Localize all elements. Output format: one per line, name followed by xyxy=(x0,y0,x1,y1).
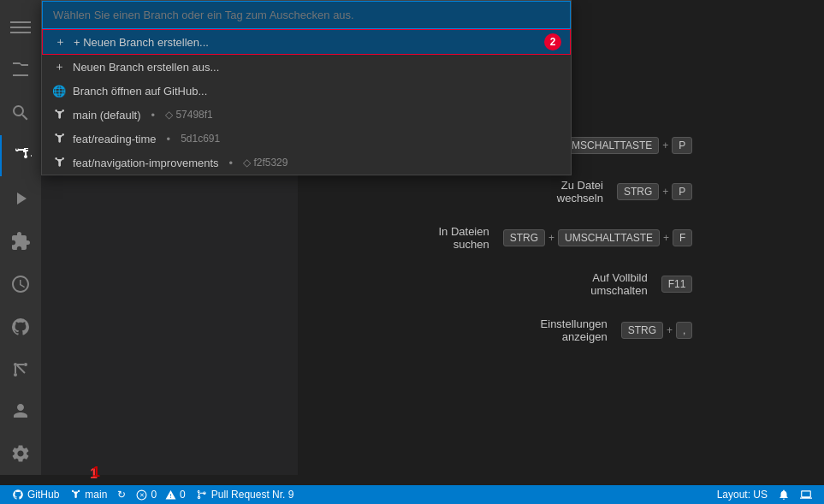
layout-label: Layout: US xyxy=(717,489,768,501)
key: F xyxy=(673,229,692,246)
key-sep: + xyxy=(663,232,669,244)
dropdown-branch-main: main (default) xyxy=(73,109,140,122)
warning-count: 0 xyxy=(180,489,186,501)
dropdown-item-new-branch-from[interactable]: ＋ Neuen Branch erstellen aus... xyxy=(42,55,571,79)
svg-point-3 xyxy=(14,363,17,366)
sidebar-item-github[interactable] xyxy=(0,306,41,347)
branch-icon-status xyxy=(69,489,81,501)
sidebar-item-menu[interactable] xyxy=(0,7,41,48)
shortcut-label-3: Auf Vollbildumschalten xyxy=(590,271,647,297)
activity-bar-bottom xyxy=(0,390,41,481)
svg-line-8 xyxy=(17,365,25,373)
status-right: Layout: US xyxy=(712,489,817,501)
error-icon: ✕ xyxy=(136,489,147,501)
nav-dot: • xyxy=(229,157,234,169)
svg-text:✕: ✕ xyxy=(139,491,145,497)
key: F11 xyxy=(661,276,693,293)
dropdown-item-new-branch[interactable]: ＋ + Neuen Branch erstellen... 2 xyxy=(42,29,571,55)
status-bar: GitHub main ↻ ✕ 0 0 Pull Request Nr. 9 L… xyxy=(0,485,824,504)
dropdown-item-open-github[interactable]: 🌐 Branch öffnen auf GitHub... xyxy=(42,79,571,103)
key-sep: + xyxy=(662,139,668,151)
branch-status-label: main xyxy=(85,489,107,501)
main-dot: • xyxy=(151,109,155,122)
sidebar-item-source-control[interactable] xyxy=(0,135,41,176)
sidebar-item-settings[interactable] xyxy=(0,433,41,474)
warning-icon xyxy=(165,489,176,501)
svg-rect-0 xyxy=(10,21,31,23)
key: P xyxy=(672,183,692,200)
shortcut-keys-4: STRG + , xyxy=(621,322,693,339)
key-sep: + xyxy=(662,186,668,198)
pull-request-label: Pull Request Nr. 9 xyxy=(211,489,294,501)
nav-hash: ◇ f2f5329 xyxy=(243,157,288,169)
branch-icon-main xyxy=(52,108,66,122)
sync-icon: ↻ xyxy=(117,489,126,501)
svg-rect-1 xyxy=(10,27,31,28)
branch-icon-nav xyxy=(52,156,66,169)
status-remote[interactable] xyxy=(795,489,817,501)
globe-icon: 🌐 xyxy=(52,84,66,98)
status-errors[interactable]: ✕ 0 0 xyxy=(131,485,190,504)
key: STRG xyxy=(617,183,659,200)
dropdown-item-navigation[interactable]: feat/navigation-improvements • ◇ f2f5329 xyxy=(42,151,571,175)
github-icon xyxy=(12,489,24,501)
shortcut-keys-1: STRG + P xyxy=(617,183,692,200)
plus-icon-2: ＋ xyxy=(52,60,66,74)
shortcut-row-2: In Dateiensuchen STRG + UMSCHALTTASTE + … xyxy=(438,225,692,251)
status-layout[interactable]: Layout: US xyxy=(712,489,773,501)
dropdown-item-label-3: Branch öffnen auf GitHub... xyxy=(73,85,207,98)
shortcut-row-4: Einstellungenanzeigen STRG + , xyxy=(541,317,693,343)
branch-icon-reading xyxy=(52,132,66,145)
dropdown-branch-nav: feat/navigation-improvements xyxy=(73,157,219,169)
svg-rect-2 xyxy=(10,32,31,33)
reading-dot: • xyxy=(167,133,171,145)
error-count: 0 xyxy=(151,489,157,501)
pull-request-icon xyxy=(196,489,208,501)
reading-hash: 5d1c691 xyxy=(181,133,220,145)
svg-point-5 xyxy=(14,373,17,377)
main-hash: ◇ 57498f1 xyxy=(165,109,213,121)
key-sep: + xyxy=(667,324,673,336)
sidebar-item-timeline[interactable] xyxy=(0,264,41,305)
key-sep: + xyxy=(548,232,554,244)
status-branch[interactable]: main xyxy=(64,485,112,504)
status-notification[interactable] xyxy=(773,489,795,501)
notification-icon xyxy=(778,489,790,501)
sidebar-item-explorer[interactable] xyxy=(0,50,41,91)
status-pull-request[interactable]: Pull Request Nr. 9 xyxy=(191,485,299,504)
dropdown-item-reading-time[interactable]: feat/reading-time • 5d1c691 xyxy=(42,127,571,151)
status-github[interactable]: GitHub xyxy=(7,485,64,504)
key: , xyxy=(676,322,692,339)
dropdown-branch-reading: feat/reading-time xyxy=(73,133,157,145)
sidebar-item-account[interactable] xyxy=(0,390,41,431)
annotation-number-1: 1 xyxy=(92,465,100,480)
shortcut-keys-3: F11 xyxy=(661,276,693,293)
dropdown-item-label: + Neuen Branch erstellen... xyxy=(74,36,209,49)
key: UMSCHALTTASTE xyxy=(558,229,660,246)
branch-dropdown: ＋ + Neuen Branch erstellen... 2 ＋ Neuen … xyxy=(41,0,572,175)
key: UMSCHALTTASTE xyxy=(557,137,659,154)
key: STRG xyxy=(503,229,545,246)
sidebar-item-run[interactable] xyxy=(0,178,41,219)
remote-icon xyxy=(800,489,812,501)
activity-bar-top xyxy=(0,7,41,390)
status-sync[interactable]: ↻ xyxy=(112,485,131,504)
shortcut-row-1: Zu Dateiwechseln STRG + P xyxy=(557,179,693,205)
key: STRG xyxy=(621,322,663,339)
github-label: GitHub xyxy=(27,489,59,501)
dropdown-item-main[interactable]: main (default) • ◇ 57498f1 xyxy=(42,103,571,127)
shortcut-label-4: Einstellungenanzeigen xyxy=(541,317,608,343)
dropdown-badge-2: 2 xyxy=(544,33,561,50)
shortcut-row-3: Auf Vollbildumschalten F11 xyxy=(590,271,692,297)
sidebar-item-search[interactable] xyxy=(0,92,41,133)
shortcut-keys-2: STRG + UMSCHALTTASTE + F xyxy=(503,229,693,246)
key: P xyxy=(672,137,692,154)
svg-point-4 xyxy=(24,363,27,366)
sidebar-item-git-graph[interactable] xyxy=(0,349,41,390)
plus-icon: ＋ xyxy=(53,35,67,49)
dropdown-item-label-2: Neuen Branch erstellen aus... xyxy=(73,61,219,74)
branch-search-input[interactable] xyxy=(42,1,571,29)
shortcut-label-1: Zu Dateiwechseln xyxy=(557,179,603,205)
activity-bar xyxy=(0,0,41,475)
sidebar-item-extensions[interactable] xyxy=(0,221,41,262)
